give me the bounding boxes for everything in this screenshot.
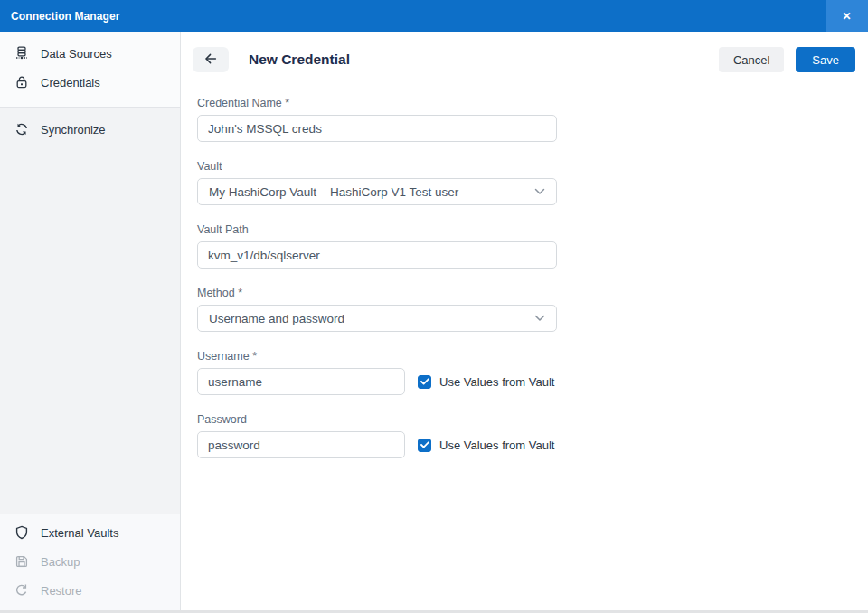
password-group: Password Use Values from Vault <box>197 413 855 458</box>
username-vault-checkbox-group: Use Values from Vault <box>418 375 554 389</box>
cancel-button[interactable]: Cancel <box>719 47 784 72</box>
restore-icon <box>14 583 29 598</box>
sidebar-item-synchronize[interactable]: Synchronize <box>0 115 180 144</box>
shield-icon <box>14 525 29 540</box>
sidebar-spacer <box>0 151 180 514</box>
sidebar-item-label: Data Sources <box>41 47 112 61</box>
credential-name-label: Credential Name * <box>197 97 855 109</box>
sidebar: Data Sources Credentials <box>0 32 181 610</box>
username-group: Username * Use Values from Vault <box>197 350 855 395</box>
close-button[interactable]: ✕ <box>826 0 868 32</box>
vault-selected-value: My HashiCorp Vault – HashiCorp V1 Test u… <box>209 185 458 199</box>
check-icon <box>420 378 429 385</box>
credential-name-input[interactable] <box>197 115 557 142</box>
main-row: Data Sources Credentials <box>0 32 868 610</box>
header-actions: Cancel Save <box>719 47 855 72</box>
sidebar-item-label: Restore <box>41 584 82 598</box>
back-arrow-icon <box>203 52 218 69</box>
sidebar-item-data-sources[interactable]: Data Sources <box>0 39 180 68</box>
connection-manager-window: Connection Manager ✕ <box>0 0 868 613</box>
vault-select[interactable]: My HashiCorp Vault – HashiCorp V1 Test u… <box>197 178 557 205</box>
content-header: New Credential Cancel Save <box>193 47 855 72</box>
vault-label: Vault <box>197 160 855 173</box>
close-icon: ✕ <box>842 10 851 23</box>
sidebar-item-external-vaults[interactable]: External Vaults <box>0 518 180 547</box>
credential-name-group: Credential Name * <box>197 97 855 142</box>
credential-form: Credential Name * Vault My HashiCorp Vau… <box>197 97 855 458</box>
check-icon <box>420 441 429 448</box>
page-title: New Credential <box>249 52 350 68</box>
sidebar-bottom-section: External Vaults Backup <box>0 514 180 610</box>
username-input[interactable] <box>197 368 405 395</box>
sidebar-middle-section: Synchronize <box>0 108 180 151</box>
method-group: Method * Username and password <box>197 287 855 332</box>
sidebar-top-section: Data Sources Credentials <box>0 32 180 108</box>
vault-path-group: Vault Path <box>197 223 855 269</box>
username-label: Username * <box>197 350 855 363</box>
vault-path-input[interactable] <box>197 241 557 269</box>
method-selected-value: Username and password <box>209 312 344 325</box>
database-icon <box>14 46 29 61</box>
save-button[interactable]: Save <box>796 47 855 72</box>
sync-icon <box>14 122 29 137</box>
window-title: Connection Manager <box>0 10 119 23</box>
back-button[interactable] <box>193 47 229 72</box>
titlebar: Connection Manager ✕ <box>0 0 868 32</box>
username-vault-checkbox-label[interactable]: Use Values from Vault <box>439 375 554 389</box>
password-vault-checkbox-group: Use Values from Vault <box>418 439 554 452</box>
chevron-down-icon <box>534 188 545 195</box>
sidebar-item-label: External Vaults <box>41 526 118 540</box>
password-input[interactable] <box>197 431 405 458</box>
password-vault-checkbox[interactable] <box>418 439 431 452</box>
sidebar-item-label: Synchronize <box>41 123 106 137</box>
method-select[interactable]: Username and password <box>197 305 557 332</box>
password-label: Password <box>197 413 855 426</box>
password-vault-checkbox-label[interactable]: Use Values from Vault <box>439 439 554 452</box>
username-vault-checkbox[interactable] <box>418 375 431 389</box>
floppy-icon <box>14 554 29 569</box>
sidebar-item-label: Backup <box>41 555 80 569</box>
method-label: Method * <box>197 287 855 299</box>
sidebar-item-label: Credentials <box>41 76 100 90</box>
chevron-down-icon <box>534 315 545 322</box>
lock-icon <box>14 75 29 90</box>
vault-group: Vault My HashiCorp Vault – HashiCorp V1 … <box>197 160 855 205</box>
content-area: New Credential Cancel Save Credential Na… <box>181 32 868 610</box>
sidebar-item-restore[interactable]: Restore <box>0 576 180 605</box>
vault-path-label: Vault Path <box>197 223 855 236</box>
sidebar-item-backup[interactable]: Backup <box>0 547 180 576</box>
sidebar-item-credentials[interactable]: Credentials <box>0 68 180 97</box>
